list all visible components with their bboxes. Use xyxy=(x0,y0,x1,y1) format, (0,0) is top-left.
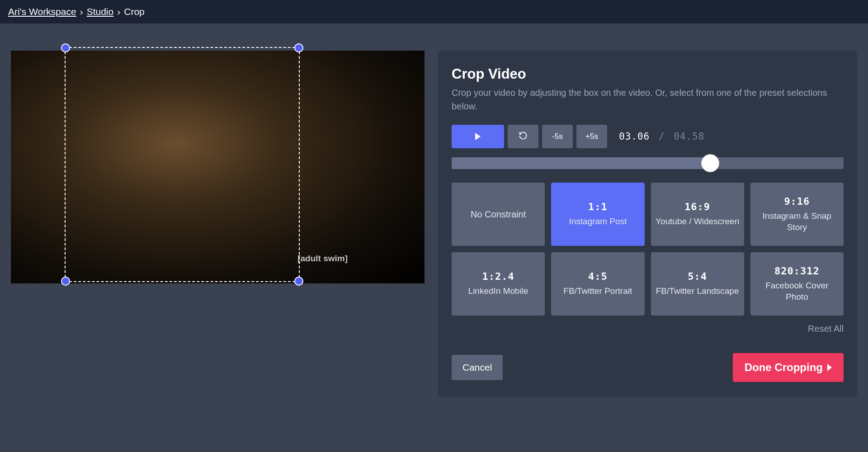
video-preview[interactable]: [adult swim] xyxy=(11,51,425,283)
preset-1-2-4[interactable]: 1:2.4LinkedIn Mobile xyxy=(452,252,545,315)
breadcrumb-separator: › xyxy=(80,6,83,17)
preset-ratio: 16:9 xyxy=(684,201,710,212)
scrubber-progress xyxy=(452,157,710,169)
rewind-button[interactable] xyxy=(508,125,538,148)
preset-label: FB/Twitter Portrait xyxy=(563,286,632,297)
skip-forward-5s-button[interactable]: +5s xyxy=(576,125,607,148)
preset-1-1[interactable]: 1:1Instagram Post xyxy=(551,183,644,246)
scrubber-track[interactable] xyxy=(452,157,844,169)
crop-handle-bottom-left[interactable] xyxy=(61,277,70,286)
preset-ratio: 9:16 xyxy=(784,196,810,207)
crop-handle-top-right[interactable] xyxy=(294,43,303,52)
preset-5-4[interactable]: 5:4FB/Twitter Landscape xyxy=(651,252,744,315)
preset-label: FB/Twitter Landscape xyxy=(656,286,739,297)
crop-panel: Crop Video Crop your video by adjusting … xyxy=(438,51,857,397)
done-button-label: Done Cropping xyxy=(745,361,823,374)
preset-ratio: 1:2.4 xyxy=(482,271,514,282)
done-cropping-button[interactable]: Done Cropping xyxy=(733,353,844,382)
time-total: 04.58 xyxy=(674,131,704,142)
preset-ratio: 1:1 xyxy=(588,201,608,212)
topbar: Ari's Workspace › Studio › Crop xyxy=(0,0,868,24)
breadcrumb-workspace[interactable]: Ari's Workspace xyxy=(8,6,76,17)
actions-row: Cancel Done Cropping xyxy=(452,353,844,382)
time-display: 03.06 / 04.58 xyxy=(619,131,704,142)
preset-ratio: 820:312 xyxy=(774,265,820,277)
preset-ratio: 4:5 xyxy=(588,271,608,282)
preset-label: Facebook Cover Photo xyxy=(754,280,840,302)
preset-9-16[interactable]: 9:16Instagram & Snap Story xyxy=(750,183,844,246)
crop-handle-top-left[interactable] xyxy=(61,43,70,52)
preset-4-5[interactable]: 4:5FB/Twitter Portrait xyxy=(551,252,644,315)
preset-label: Youtube / Widescreen xyxy=(656,216,739,227)
reset-all-link[interactable]: Reset All xyxy=(808,324,844,334)
play-icon xyxy=(475,133,481,140)
preset-label: No Constraint xyxy=(471,208,526,220)
rewind-icon xyxy=(519,131,528,142)
crop-handle-bottom-right[interactable] xyxy=(294,277,303,286)
panel-title: Crop Video xyxy=(452,66,844,82)
preset-label: LinkedIn Mobile xyxy=(468,286,528,297)
skip-back-5s-button[interactable]: -5s xyxy=(542,125,573,148)
time-current: 03.06 xyxy=(619,131,650,142)
preset-no-constraint[interactable]: No Constraint xyxy=(452,183,545,246)
preset-label: Instagram & Snap Story xyxy=(754,211,840,233)
scrubber-thumb[interactable] xyxy=(701,154,719,172)
preset-ratio: 5:4 xyxy=(688,271,707,282)
video-content xyxy=(11,51,425,283)
cancel-button[interactable]: Cancel xyxy=(452,355,503,380)
panel-subtitle: Crop your video by adjusting the box on … xyxy=(452,86,844,113)
breadcrumb-studio[interactable]: Studio xyxy=(87,6,114,17)
chevron-right-icon xyxy=(827,364,832,371)
time-separator: / xyxy=(659,131,665,142)
video-frame: [adult swim] xyxy=(11,51,425,283)
video-watermark: [adult swim] xyxy=(297,254,348,264)
preset-820-312[interactable]: 820:312Facebook Cover Photo xyxy=(750,252,844,315)
preset-16-9[interactable]: 16:9Youtube / Widescreen xyxy=(651,183,744,246)
player-controls: -5s +5s 03.06 / 04.58 xyxy=(452,125,844,148)
play-button[interactable] xyxy=(452,125,504,148)
breadcrumb-current: Crop xyxy=(124,6,145,17)
preset-label: Instagram Post xyxy=(569,216,627,227)
presets-grid: No Constraint1:1Instagram Post16:9Youtub… xyxy=(452,183,844,315)
breadcrumb-separator: › xyxy=(117,6,120,17)
